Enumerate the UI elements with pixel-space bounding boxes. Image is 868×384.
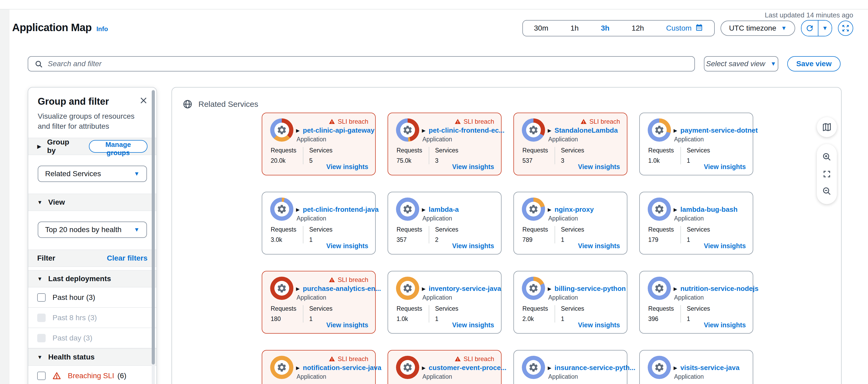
view-insights-link[interactable]: View insights	[578, 242, 620, 250]
requests-stat: Requests 537	[522, 147, 549, 164]
service-name-link[interactable]: StandaloneLambda	[555, 126, 618, 134]
chevron-down-icon: ▼	[134, 170, 140, 177]
view-insights-link[interactable]: View insights	[327, 242, 368, 250]
refresh-button[interactable]	[802, 21, 818, 36]
filter-checkbox-past-8hrs[interactable]: Past 8 hrs (3)	[28, 308, 156, 328]
service-name-link[interactable]: nginx-proxy	[555, 205, 594, 214]
service-name-link[interactable]: purchase-analytics-en...	[303, 285, 381, 293]
service-name-row: ▶ insurance-service-pyth...	[548, 364, 635, 372]
sli-breach-badge: SLI breach	[329, 118, 368, 125]
filter-checkbox-breaching-sli[interactable]: Breaching SLI (6)	[28, 366, 156, 384]
expand-map-button[interactable]	[838, 21, 853, 36]
filter-checkbox-past-hour[interactable]: Past hour (3)	[28, 287, 156, 308]
view-insights-link[interactable]: View insights	[452, 242, 494, 250]
time-range-3h[interactable]: 3h	[590, 21, 621, 36]
filter-toolbar: Select saved view ▼ Save view	[28, 56, 841, 71]
service-name-link[interactable]: lambda-bug-bash	[680, 205, 738, 214]
view-insights-link[interactable]: View insights	[327, 163, 368, 171]
service-health-donut	[522, 197, 545, 221]
gear-icon	[402, 204, 413, 215]
info-link[interactable]: Info	[96, 25, 108, 33]
close-panel-button[interactable]	[139, 96, 148, 105]
close-icon	[139, 96, 148, 105]
health-status-section-header[interactable]: ▼ Health status	[28, 348, 156, 366]
view-insights-link[interactable]: View insights	[452, 163, 494, 171]
service-name-link[interactable]: insurance-service-pyth...	[555, 364, 635, 372]
checkbox[interactable]	[37, 293, 45, 302]
zoom-in-button[interactable]	[823, 153, 831, 161]
service-name-link[interactable]: billing-service-python	[555, 285, 626, 293]
last-deployments-section-header[interactable]: ▼ Last deployments	[28, 270, 156, 287]
stat-divider	[555, 226, 555, 244]
time-range-custom[interactable]: Custom	[655, 21, 714, 36]
requests-label: Requests	[648, 226, 675, 233]
sli-breach-badge: SLI breach	[455, 118, 494, 125]
timezone-dropdown[interactable]: UTC timezone ▼	[720, 21, 795, 36]
refresh-options-button[interactable]: ▼	[818, 21, 832, 36]
view-insights-link[interactable]: View insights	[578, 163, 620, 171]
service-name-link[interactable]: customer-event-proce...	[429, 364, 506, 372]
services-stat: Services 5	[309, 147, 336, 164]
warning-icon	[53, 372, 61, 380]
sli-breach-label: SLI breach	[338, 355, 368, 363]
group-by-select[interactable]: Related Services ▼	[38, 166, 147, 182]
view-insights-link[interactable]: View insights	[704, 242, 746, 250]
minimap-button[interactable]	[817, 117, 837, 137]
service-stats: Requests 1.0k Services 1	[397, 305, 461, 323]
time-range-30m[interactable]: 30m	[523, 21, 559, 36]
service-name-link[interactable]: visits-service-java	[680, 364, 740, 372]
requests-label: Requests	[271, 147, 297, 154]
manage-groups-button[interactable]: Manage groups	[89, 140, 148, 153]
donut-hole	[400, 281, 415, 296]
service-card: ▶ payment-service-dotnet Application Req…	[639, 113, 753, 175]
sidebar-header: Group and filter Visualize groups of res…	[28, 88, 156, 131]
map-icon	[822, 122, 832, 132]
requests-stat: Requests 357	[397, 226, 423, 244]
saved-view-dropdown[interactable]: Select saved view ▼	[704, 56, 778, 71]
group-by-section-header[interactable]: ▶ Group by Manage groups	[28, 138, 156, 155]
service-name-link[interactable]: lambda-a	[429, 205, 459, 214]
time-range-12h[interactable]: 12h	[621, 21, 655, 36]
expand-right-icon: ▶	[548, 128, 551, 133]
service-name-link[interactable]: payment-service-dotnet	[680, 126, 758, 134]
checkbox[interactable]	[37, 314, 45, 322]
checkbox[interactable]	[37, 334, 45, 342]
expand-right-icon: ▶	[422, 128, 426, 133]
service-name-link[interactable]: pet-clinic-frontend-java	[303, 205, 379, 214]
service-type-label: Application	[297, 294, 327, 301]
service-name-row: ▶ billing-service-python	[548, 285, 626, 293]
expand-right-icon: ▶	[296, 128, 300, 133]
service-type-label: Application	[423, 215, 452, 222]
time-range-1h[interactable]: 1h	[559, 21, 590, 36]
service-name-link[interactable]: notification-service-java	[303, 364, 381, 372]
search-input[interactable]	[28, 56, 695, 71]
services-stat: Services 1	[687, 226, 713, 244]
stat-divider	[555, 305, 555, 323]
view-section-header[interactable]: ▼ View	[28, 194, 156, 211]
services-stat: Services 3	[561, 147, 587, 164]
view-insights-link[interactable]: View insights	[578, 321, 620, 329]
service-name-link[interactable]: inventory-service-java	[429, 285, 501, 293]
calendar-icon	[695, 24, 703, 33]
save-view-button[interactable]: Save view	[787, 56, 841, 71]
service-type-label: Application	[548, 294, 578, 301]
page-title-row: Application Map Info	[12, 22, 108, 33]
zoom-out-button[interactable]	[823, 187, 831, 196]
service-health-donut	[396, 356, 419, 379]
service-name-link[interactable]: nutrition-service-nodejs	[680, 285, 758, 293]
view-insights-link[interactable]: View insights	[704, 163, 746, 171]
filter-checkbox-past-day[interactable]: Past day (3)	[28, 328, 156, 348]
clear-filters-link[interactable]: Clear filters	[107, 254, 148, 262]
view-insights-link[interactable]: View insights	[704, 321, 746, 329]
view-insights-link[interactable]: View insights	[452, 321, 494, 329]
fit-to-screen-button[interactable]	[823, 170, 831, 178]
gear-icon	[528, 362, 539, 373]
gear-icon	[277, 362, 287, 373]
view-insights-link[interactable]: View insights	[327, 321, 368, 329]
checkbox[interactable]	[37, 372, 45, 380]
service-name-link[interactable]: pet-clinic-frontend-ec...	[429, 126, 504, 134]
view-select[interactable]: Top 20 nodes by health ▼	[38, 222, 147, 238]
sidebar-scrollbar-thumb[interactable]	[152, 90, 155, 364]
page-title: Application Map	[12, 22, 92, 33]
service-name-link[interactable]: pet-clinic-api-gateway	[303, 126, 375, 134]
